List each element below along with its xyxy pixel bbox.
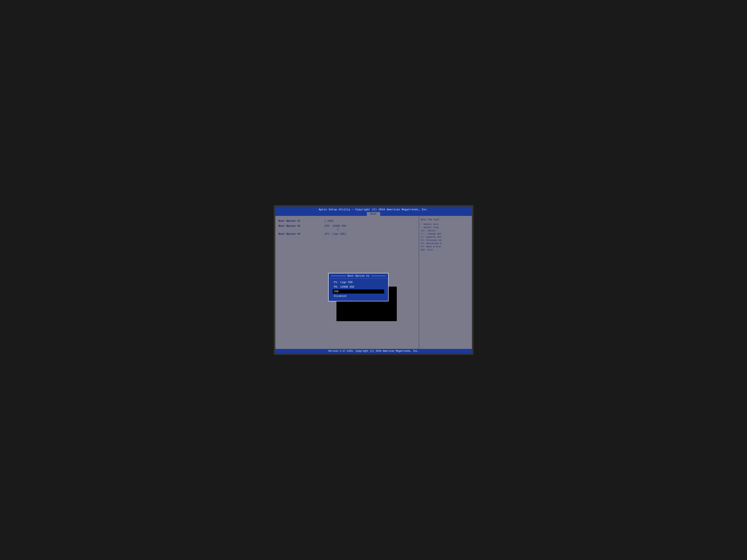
modal-option-p0-120gb[interactable]: P0: 120GB SSD bbox=[333, 285, 384, 289]
modal-title-line-right bbox=[371, 276, 386, 276]
boot-option-3-value[interactable]: [P1: tigo SSD] bbox=[325, 233, 346, 236]
modal-option-p1-tigo[interactable]: P1: tigo SSD bbox=[333, 280, 384, 285]
help-line-3: ter: Select bbox=[421, 229, 470, 232]
modal-dialog: Boot Option #1 P1: tigo SSD P0: 120GB SS… bbox=[328, 273, 389, 301]
main-content: Boot Option #1 [ USB] Boot Option #2 [P0… bbox=[275, 216, 472, 349]
sets-text: Sets the syst bbox=[421, 218, 470, 222]
boot-option-row-2: Boot Option #2 [P0: 120GB SSD ] bbox=[279, 224, 416, 231]
help-section: : Select Scre : Select Item ter: Select … bbox=[421, 223, 470, 251]
modal-title-text: Boot Option #1 bbox=[345, 274, 371, 277]
boot-options: Boot Option #1 [ USB] Boot Option #2 [P0… bbox=[279, 219, 416, 236]
boot-option-2-value[interactable]: [P0: 120GB SSD ] bbox=[325, 224, 346, 231]
help-line-6: F2: Previous Va bbox=[421, 239, 470, 241]
boot-option-row-3: Boot Option #3 [P1: tigo SSD] bbox=[279, 233, 416, 236]
modal-title-bar: Boot Option #1 bbox=[329, 273, 388, 278]
modal-option-disabled[interactable]: Disabled bbox=[333, 294, 384, 298]
footer-bar: Version 2.17.1254. Copyright (C) 2016 Am… bbox=[275, 349, 472, 353]
help-line-4: +/-: Change Opt bbox=[421, 233, 470, 235]
help-line-1: : Select Scre bbox=[421, 223, 470, 225]
modal-title-line-left bbox=[331, 276, 345, 276]
boot-option-row-1: Boot Option #1 [ USB] bbox=[279, 219, 416, 222]
boot-option-1-value[interactable]: [ USB] bbox=[325, 219, 334, 222]
right-panel: Sets the syst : Select Scre : Select Ite… bbox=[419, 216, 472, 349]
header-title: Aptio Setup Utility – Copyright (C) 2016… bbox=[275, 208, 472, 212]
monitor: Aptio Setup Utility – Copyright (C) 2016… bbox=[274, 205, 473, 355]
help-line-5: F1: General Hel bbox=[421, 236, 470, 238]
modal-shadow bbox=[336, 287, 397, 321]
active-tab[interactable]: Boot bbox=[367, 212, 380, 216]
header-bar: Aptio Setup Utility – Copyright (C) 2016… bbox=[275, 207, 472, 216]
boot-option-1-label[interactable]: Boot Option #1 bbox=[279, 219, 323, 222]
help-line-8: F4: Save & Exit bbox=[421, 245, 470, 248]
help-line-2: : Select Item bbox=[421, 226, 470, 229]
help-line-7: F3: Optimized D bbox=[421, 242, 470, 245]
modal-overlay: Boot Option #1 P1: tigo SSD P0: 120GB SS… bbox=[275, 216, 419, 349]
left-panel: Boot Option #1 [ USB] Boot Option #2 [P0… bbox=[275, 216, 419, 349]
footer-text: Version 2.17.1254. Copyright (C) 2016 Am… bbox=[328, 350, 419, 352]
modal-options: P1: tigo SSD P0: 120GB SSD USB Disabled bbox=[329, 278, 388, 301]
bios-screen: Aptio Setup Utility – Copyright (C) 2016… bbox=[275, 207, 472, 353]
boot-option-2-label[interactable]: Boot Option #2 bbox=[279, 224, 323, 228]
modal-option-usb[interactable]: USB bbox=[333, 289, 384, 294]
help-line-9: ESC: Exit bbox=[421, 248, 470, 251]
boot-option-3-label[interactable]: Boot Option #3 bbox=[279, 233, 323, 236]
